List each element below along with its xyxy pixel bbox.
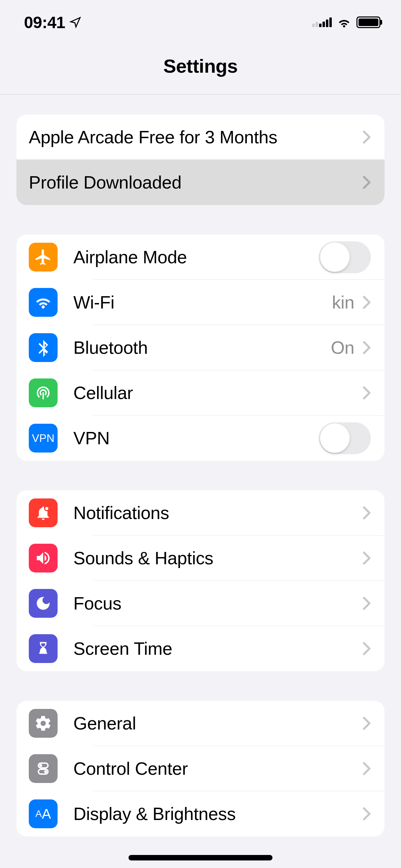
wifi-icon — [337, 17, 351, 27]
group-general: General Control Center AA Display & Brig… — [16, 701, 385, 836]
location-icon — [69, 16, 82, 28]
status-time: 09:41 — [24, 13, 65, 32]
chevron-right-icon — [363, 551, 371, 565]
row-label: General — [73, 713, 363, 734]
battery-icon — [356, 16, 380, 28]
group-connectivity: Airplane Mode Wi-Fi kin Bluetooth On — [16, 234, 385, 461]
chevron-right-icon — [363, 716, 371, 730]
general-icon — [29, 709, 58, 738]
chevron-right-icon — [363, 642, 371, 655]
notifications-icon — [29, 498, 58, 527]
row-label: VPN — [73, 428, 319, 448]
wifi-settings-icon — [29, 288, 58, 317]
group-promos: Apple Arcade Free for 3 Months Profile D… — [16, 114, 385, 205]
row-display-brightness[interactable]: AA Display & Brightness — [16, 791, 385, 836]
row-label: Focus — [73, 593, 363, 614]
row-label: Screen Time — [73, 638, 363, 659]
row-value: kin — [332, 292, 354, 313]
screen-time-icon — [29, 634, 58, 663]
control-center-icon — [29, 754, 58, 783]
display-icon: AA — [29, 799, 58, 828]
row-label: Bluetooth — [73, 337, 331, 358]
airplane-mode-toggle[interactable] — [319, 241, 371, 273]
status-left: 09:41 — [24, 13, 82, 32]
chevron-right-icon — [363, 386, 371, 400]
row-label: Notifications — [73, 503, 363, 523]
row-sounds-haptics[interactable]: Sounds & Haptics — [16, 535, 385, 581]
row-apple-arcade[interactable]: Apple Arcade Free for 3 Months — [16, 114, 385, 160]
status-right — [312, 16, 380, 28]
airplane-icon — [29, 243, 58, 272]
status-bar: 09:41 — [0, 0, 401, 41]
group-notifications: Notifications Sounds & Haptics Focus — [16, 490, 385, 671]
row-control-center[interactable]: Control Center — [16, 746, 385, 791]
row-value: On — [331, 337, 354, 358]
chevron-right-icon — [363, 176, 371, 189]
vpn-icon: VPN — [29, 424, 58, 453]
svg-point-4 — [44, 770, 47, 773]
row-wifi[interactable]: Wi-Fi kin — [16, 280, 385, 325]
home-indicator[interactable] — [129, 855, 272, 860]
chevron-right-icon — [363, 341, 371, 354]
row-label: Profile Downloaded — [29, 172, 363, 193]
row-cellular[interactable]: Cellular — [16, 370, 385, 415]
svg-point-2 — [39, 764, 42, 767]
chevron-right-icon — [363, 296, 371, 309]
chevron-right-icon — [363, 762, 371, 775]
vpn-toggle[interactable] — [319, 422, 371, 454]
row-vpn[interactable]: VPN VPN — [16, 415, 385, 461]
row-screen-time[interactable]: Screen Time — [16, 626, 385, 671]
chevron-right-icon — [363, 807, 371, 821]
page-title: Settings — [0, 55, 401, 77]
sounds-icon — [29, 544, 58, 572]
row-label: Airplane Mode — [73, 247, 319, 267]
row-label: Wi-Fi — [73, 292, 332, 313]
focus-icon — [29, 589, 58, 618]
header: Settings — [0, 41, 401, 95]
chevron-right-icon — [363, 506, 371, 520]
row-profile-downloaded[interactable]: Profile Downloaded — [16, 160, 385, 205]
bluetooth-icon — [29, 333, 58, 362]
row-label: Control Center — [73, 758, 363, 779]
chevron-right-icon — [363, 596, 371, 610]
chevron-right-icon — [363, 130, 371, 144]
row-focus[interactable]: Focus — [16, 581, 385, 626]
row-general[interactable]: General — [16, 701, 385, 746]
row-airplane-mode[interactable]: Airplane Mode — [16, 234, 385, 280]
row-label: Display & Brightness — [73, 804, 363, 824]
row-notifications[interactable]: Notifications — [16, 490, 385, 535]
row-label: Apple Arcade Free for 3 Months — [29, 127, 363, 147]
row-label: Cellular — [73, 383, 363, 403]
svg-point-0 — [45, 506, 49, 511]
row-bluetooth[interactable]: Bluetooth On — [16, 325, 385, 370]
row-label: Sounds & Haptics — [73, 548, 363, 568]
cellular-signal-icon — [312, 17, 332, 27]
cellular-icon — [29, 378, 58, 407]
